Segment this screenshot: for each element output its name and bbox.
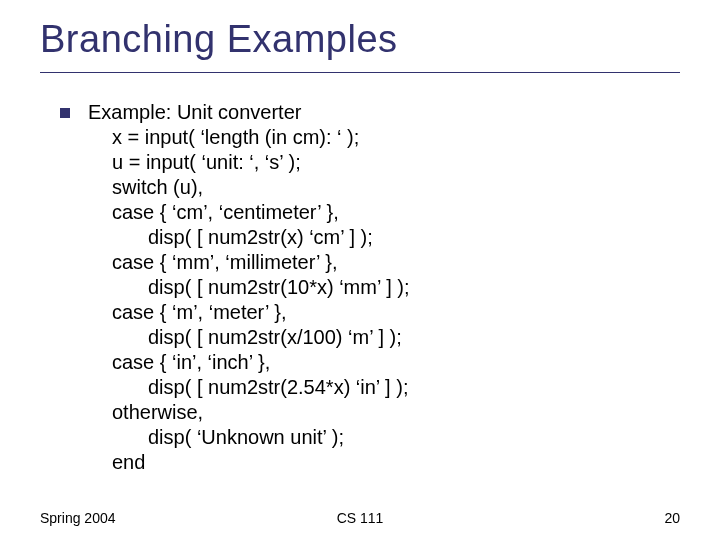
footer-center: CS 111 [0,510,720,526]
code-line: end [88,450,680,475]
code-line: disp( [ num2str(2.54*x) ‘in’ ] ); [88,375,680,400]
code-line: otherwise, [88,400,680,425]
slide: Branching Examples Example: Unit convert… [0,0,720,540]
code-line: case { ‘cm’, ‘centimeter’ }, [88,200,680,225]
title-underline [40,72,680,73]
code-line: disp( ‘Unknown unit’ ); [88,425,680,450]
square-bullet-icon [60,108,70,118]
code-line: case { ‘m’, ‘meter’ }, [88,300,680,325]
code-line: switch (u), [88,175,680,200]
code-line: u = input( ‘unit: ‘, ‘s’ ); [88,150,680,175]
bullet-label: Example: Unit converter [88,100,680,125]
code-line: case { ‘in’, ‘inch’ }, [88,350,680,375]
slide-title: Branching Examples [40,18,398,61]
code-line: disp( [ num2str(10*x) ‘mm’ ] ); [88,275,680,300]
slide-body: Example: Unit converter x = input( ‘leng… [60,100,680,475]
code-line: disp( [ num2str(x) ‘cm’ ] ); [88,225,680,250]
code-line: disp( [ num2str(x/100) ‘m’ ] ); [88,325,680,350]
bullet-item: Example: Unit converter x = input( ‘leng… [60,100,680,475]
code-line: case { ‘mm’, ‘millimeter’ }, [88,250,680,275]
code-line: x = input( ‘length (in cm): ‘ ); [88,125,680,150]
bullet-content: Example: Unit converter x = input( ‘leng… [88,100,680,475]
page-number: 20 [664,510,680,526]
